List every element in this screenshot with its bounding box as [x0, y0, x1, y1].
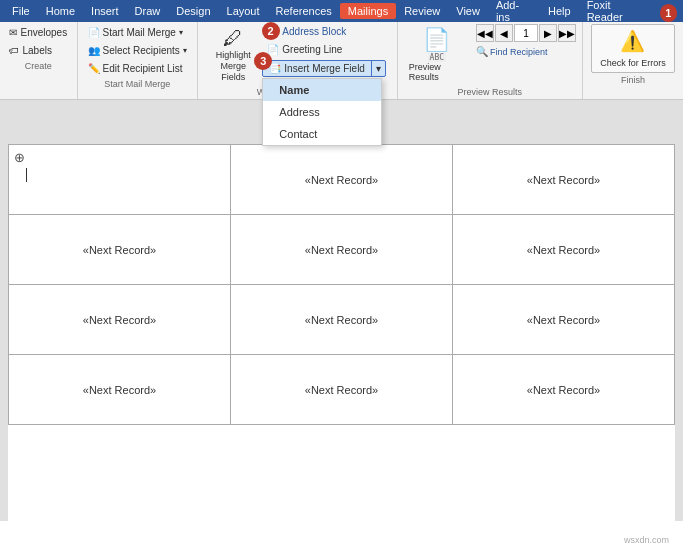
pr-group-label: Preview Results [458, 87, 523, 97]
dropdown-arrow2-icon: ▾ [183, 46, 187, 55]
finish-buttons: ⚠️ Check for Errors [591, 24, 675, 73]
check-errors-button[interactable]: ⚠️ Check for Errors [591, 24, 675, 73]
write-insert-group: 2 🖊 HighlightMergeFields 📋 Address Block… [198, 22, 398, 99]
text-cursor [26, 168, 27, 182]
find-recipient-button[interactable]: 🔍 Find Recipient [476, 46, 576, 57]
nav-last-button[interactable]: ▶▶ [558, 24, 576, 42]
preview-results-group: 📄 ABC Preview Results ◀◀ ◀ ▶ ▶▶ 🔍 [398, 22, 583, 99]
menu-file[interactable]: File [4, 3, 38, 19]
envelope-icon: ✉ [9, 27, 17, 38]
move-handle[interactable]: ⊕ [14, 150, 25, 165]
smm-group-label: Start Mail Merge [104, 79, 170, 89]
menu-layout[interactable]: Layout [219, 3, 268, 19]
highlight-label: HighlightMergeFields [216, 50, 251, 82]
labels-button[interactable]: 🏷 Labels [4, 42, 72, 59]
create-group-label: Create [25, 61, 52, 71]
dropdown-item-address[interactable]: Address [263, 101, 381, 123]
edit-icon: ✏️ [88, 63, 100, 74]
envelopes-button[interactable]: ✉ Envelopes [4, 24, 72, 41]
label-icon: 🏷 [9, 45, 19, 56]
wif-buttons: 🖊 HighlightMergeFields 📋 Address Block 📄… [208, 24, 386, 85]
check-icon: ⚠️ [620, 29, 645, 53]
edit-recipient-label: Edit Recipient List [103, 63, 183, 74]
smm-buttons: 📄 Start Mail Merge ▾ 👥 Select Recipients… [83, 24, 192, 77]
address-block-label: Address Block [282, 26, 346, 37]
finish-group-label: Finish [621, 75, 645, 85]
crosshair-icon: ⊕ [14, 150, 25, 165]
record-cell-0-1: «Next Record» [231, 145, 453, 215]
insert-merge-field-button[interactable]: 📑 Insert Merge Field ▾ [262, 60, 386, 77]
badge-one: 1 [660, 4, 677, 22]
record-cell-2-0: «Next Record» [9, 285, 231, 355]
menu-view[interactable]: View [448, 3, 488, 19]
record-cell-3-1: «Next Record» [231, 355, 453, 425]
preview-icon: 📄 [423, 27, 450, 53]
create-buttons: ✉ Envelopes 🏷 Labels [4, 24, 72, 59]
record-cell-0-0 [9, 145, 231, 215]
highlight-icon: 🖊 [223, 27, 243, 50]
insert-merge-field-container: 📑 Insert Merge Field ▾ Name Address Cont… [262, 60, 386, 77]
labels-label: Labels [22, 45, 51, 56]
envelopes-label: Envelopes [20, 27, 67, 38]
record-cell-1-1: «Next Record» [231, 215, 453, 285]
dropdown-item-contact[interactable]: Contact [263, 123, 381, 145]
menu-references[interactable]: References [268, 3, 340, 19]
dropdown-arrow-icon: ▾ [179, 28, 183, 37]
imf-label: Insert Merge Field [284, 63, 365, 74]
menu-mailings[interactable]: Mailings [340, 3, 396, 19]
recipients-icon: 👥 [88, 45, 100, 56]
select-recipients-button[interactable]: 👥 Select Recipients ▾ [83, 42, 192, 59]
menu-insert[interactable]: Insert [83, 3, 127, 19]
ribbon: ✉ Envelopes 🏷 Labels Create 📄 Start Mail [0, 22, 683, 100]
record-cell-3-0: «Next Record» [9, 355, 231, 425]
document-page: ⊕ «Next Record» «Next Record» «Next Reco… [8, 144, 675, 549]
menu-draw[interactable]: Draw [127, 3, 169, 19]
record-table: «Next Record» «Next Record» «Next Record… [8, 144, 675, 425]
finish-group: ⚠️ Check for Errors Finish [583, 22, 683, 99]
greeting-line-label: Greeting Line [282, 44, 342, 55]
nav-first-button[interactable]: ◀◀ [476, 24, 494, 42]
menu-bar: File Home Insert Draw Design Layout Refe… [0, 0, 683, 22]
page-number-input[interactable] [514, 24, 538, 42]
check-errors-label: Check for Errors [600, 58, 666, 68]
badge-two: 2 [262, 22, 280, 40]
record-cell-1-0: «Next Record» [9, 215, 231, 285]
merge-icon: 📄 [88, 27, 100, 38]
record-cell-1-2: «Next Record» [453, 215, 675, 285]
nav-prev-button[interactable]: ◀ [495, 24, 513, 42]
watermark: wsxdn.com [624, 535, 669, 545]
preview-results-button[interactable]: 📄 ABC Preview Results [404, 24, 470, 85]
start-mail-merge-label: Start Mail Merge [103, 27, 176, 38]
record-cell-2-2: «Next Record» [453, 285, 675, 355]
record-cell-0-2: «Next Record» [453, 145, 675, 215]
select-recipients-label: Select Recipients [103, 45, 180, 56]
cursor-line [26, 168, 27, 182]
insert-merge-field-dropdown: Name Address Contact [262, 78, 382, 146]
record-cell-3-2: «Next Record» [453, 355, 675, 425]
start-mail-merge-group: 📄 Start Mail Merge ▾ 👥 Select Recipients… [78, 22, 198, 99]
menu-help[interactable]: Help [540, 3, 579, 19]
menu-review[interactable]: Review [396, 3, 448, 19]
create-group: ✉ Envelopes 🏷 Labels Create [0, 22, 78, 99]
menu-design[interactable]: Design [168, 3, 218, 19]
start-mail-merge-button[interactable]: 📄 Start Mail Merge ▾ [83, 24, 192, 41]
preview-nav: ◀◀ ◀ ▶ ▶▶ [476, 24, 576, 42]
pr-buttons: 📄 ABC Preview Results ◀◀ ◀ ▶ ▶▶ 🔍 [404, 24, 576, 85]
menu-home[interactable]: Home [38, 3, 83, 19]
table-row: «Next Record» «Next Record» [9, 145, 675, 215]
nav-next-button[interactable]: ▶ [539, 24, 557, 42]
preview-label: Preview Results [409, 62, 465, 82]
record-cell-2-1: «Next Record» [231, 285, 453, 355]
edit-recipient-list-button[interactable]: ✏️ Edit Recipient List [83, 60, 192, 77]
search-icon: 🔍 [476, 46, 488, 57]
highlight-merge-fields-button[interactable]: 🖊 HighlightMergeFields [208, 24, 258, 85]
table-row: «Next Record» «Next Record» «Next Record… [9, 285, 675, 355]
document-wrapper: ⊕ «Next Record» «Next Record» «Next Reco… [0, 100, 683, 521]
greeting-line-button[interactable]: 📄 Greeting Line [262, 41, 386, 58]
find-recipient-label: Find Recipient [490, 47, 548, 57]
dropdown-item-name[interactable]: Name [263, 79, 381, 101]
imf-arrow-icon[interactable]: ▾ [372, 61, 385, 76]
address-block-button[interactable]: 📋 Address Block [262, 24, 386, 39]
preview-abc: ABC [428, 53, 446, 62]
table-row: «Next Record» «Next Record» «Next Record… [9, 215, 675, 285]
